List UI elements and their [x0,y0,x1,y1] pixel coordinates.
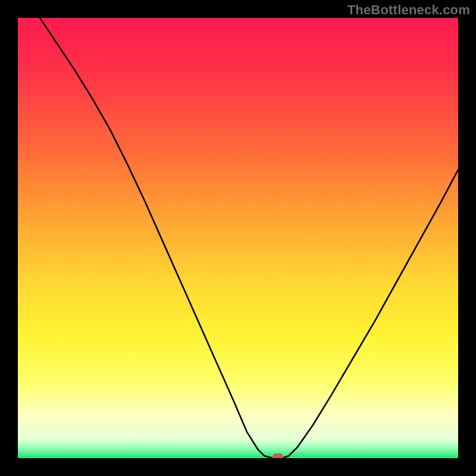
bottleneck-curve [18,18,458,458]
chart-frame: TheBottleneck.com [0,0,476,476]
min-point-marker [273,453,283,458]
watermark-text: TheBottleneck.com [347,2,470,18]
plot-area [18,18,458,458]
